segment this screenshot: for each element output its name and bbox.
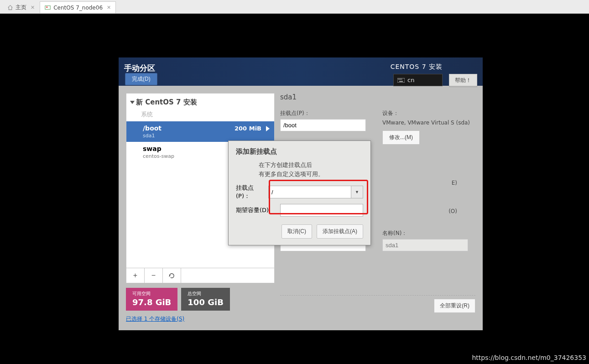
help-button[interactable]: 帮助！ <box>449 74 477 87</box>
dialog-description: 在下方创建挂载点后 有更多自定义选项可用。 <box>259 161 363 178</box>
cancel-button[interactable]: 取消(C) <box>281 224 312 239</box>
device-value: VMware, VMware Virtual S (sda) <box>382 119 475 127</box>
space-summary: 可用空间 97.8 GiB 总空间 100 GiB <box>126 288 275 311</box>
svg-rect-5 <box>400 78 401 79</box>
svg-rect-2 <box>397 78 405 83</box>
name-label: 名称(N)： <box>382 229 475 237</box>
total-space-value: 100 GiB <box>188 297 224 307</box>
keyboard-layout: cn <box>407 77 414 83</box>
dialog-size-input[interactable] <box>280 204 363 217</box>
svg-rect-0 <box>45 5 50 9</box>
home-tab-label: 主页 <box>16 4 26 11</box>
available-space-box: 可用空间 97.8 GiB <box>126 288 177 311</box>
system-label: 系统 <box>126 109 274 121</box>
storage-devices-link[interactable]: 已选择 1 个存储设备(S) <box>126 315 275 323</box>
partition-size: 200 MiB <box>235 125 261 132</box>
keyboard-indicator[interactable]: cn <box>393 74 443 86</box>
page-title: 手动分区 <box>124 63 155 73</box>
home-tab[interactable]: 主页 ✕ <box>2 1 40 13</box>
obscured-text-o: (O) <box>448 208 457 214</box>
reload-icon <box>168 272 175 279</box>
device-label: 设备： <box>382 109 475 117</box>
obscured-text-e: E) <box>452 180 457 186</box>
mount-point-label: 挂载点(P)： <box>280 109 373 117</box>
selected-device-title: sda1 <box>280 93 475 101</box>
install-group-header[interactable]: 新 CentOS 7 安装 <box>126 94 274 109</box>
mount-point-input[interactable] <box>280 119 366 131</box>
product-title: CENTOS 7 安装 <box>391 63 443 71</box>
install-group-label: 新 CentOS 7 安装 <box>136 98 197 107</box>
available-space-value: 97.8 GiB <box>132 297 171 307</box>
close-icon[interactable]: ✕ <box>107 5 111 10</box>
svg-rect-3 <box>398 78 399 79</box>
dialog-title: 添加新挂载点 <box>236 147 363 156</box>
add-partition-button[interactable]: + <box>126 268 145 283</box>
svg-rect-1 <box>47 6 48 8</box>
reload-button[interactable] <box>163 268 181 283</box>
partition-device: sda1 <box>143 133 269 139</box>
done-button[interactable]: 完成(D) <box>125 73 157 85</box>
available-space-label: 可用空间 <box>132 291 171 297</box>
partition-item-boot[interactable]: /boot sda1 200 MiB <box>126 121 274 142</box>
dialog-size-label: 期望容量(D) <box>236 206 276 214</box>
dialog-mount-label: 挂载点(P)： <box>236 184 265 200</box>
name-input <box>382 239 468 251</box>
total-space-box: 总空间 100 GiB <box>181 288 230 311</box>
remove-partition-button[interactable]: − <box>145 268 163 283</box>
dropdown-button[interactable]: ▼ <box>351 186 363 198</box>
svg-rect-7 <box>399 81 403 82</box>
add-mount-point-dialog: 添加新挂载点 在下方创建挂载点后 有更多自定义选项可用。 挂载点(P)： ▼ 期… <box>228 140 371 245</box>
total-space-label: 总空间 <box>188 291 224 297</box>
vmware-tab-bar: 主页 ✕ CentOS 7_node06 ✕ <box>0 0 589 14</box>
dialog-mount-input[interactable] <box>268 186 351 198</box>
separator <box>280 295 475 296</box>
svg-rect-6 <box>401 78 402 79</box>
vm-tab-label: CentOS 7_node06 <box>53 5 103 11</box>
modify-button[interactable]: 修改...(M) <box>382 130 420 145</box>
svg-rect-4 <box>399 78 400 79</box>
home-icon <box>7 5 13 10</box>
vm-tab[interactable]: CentOS 7_node06 ✕ <box>40 1 116 13</box>
close-icon[interactable]: ✕ <box>31 5 35 10</box>
vm-icon <box>45 5 51 11</box>
keyboard-icon <box>397 78 405 83</box>
chevron-right-icon <box>266 126 270 131</box>
watermark: https://blog.csdn.net/m0_37426353 <box>472 354 586 361</box>
reset-all-button[interactable]: 全部重设(R) <box>434 299 475 313</box>
installer-window: 手动分区 完成(D) CENTOS 7 安装 cn 帮助！ 新 CentOS 7… <box>118 57 483 331</box>
add-mount-button[interactable]: 添加挂载点(A) <box>317 224 363 239</box>
partition-toolbar: + − <box>126 268 275 283</box>
caret-down-icon <box>130 101 135 104</box>
installer-header: 手动分区 完成(D) CENTOS 7 安装 cn 帮助！ <box>119 57 483 86</box>
